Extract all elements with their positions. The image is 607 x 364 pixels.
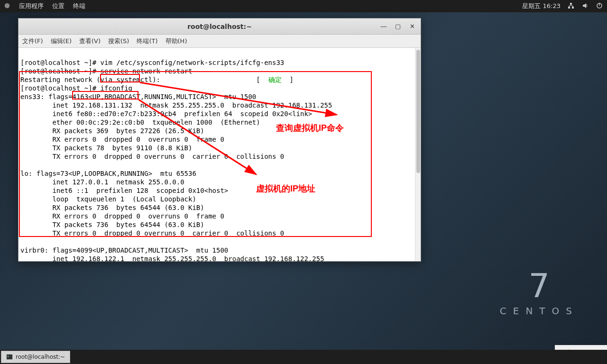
term-line: RX errors 0 dropped 0 overruns 0 frame 0 (20, 212, 224, 220)
term-line: inet6 fe80::ed70:e7c7:b233:9cb4 prefixle… (20, 110, 312, 118)
term-line: inet 192.168.122.1 netmask 255.255.255.0… (20, 255, 324, 261)
taskbar-item-label: root@localhost:~ (16, 354, 65, 360)
term-line: [root@localhost ~]# ifconfig (20, 84, 132, 92)
term-line: ether 00:0c:29:2e:c0:b0 txqueuelen 1000 … (20, 118, 260, 126)
window-title-bar[interactable]: root@localhost:~ — ▢ ✕ (18, 18, 421, 35)
term-line: ens33: flags=4163<UP,BROADCAST,RUNNING,M… (20, 93, 256, 100)
centos-name: CENTOS (500, 305, 579, 317)
menu-search[interactable]: 搜索(S) (108, 37, 129, 46)
term-line: [root@localhost ~]# service network rest… (20, 67, 192, 75)
terminal-content[interactable]: [root@localhost ~]# vim /etc/sysconfig/n… (18, 48, 421, 261)
menu-terminal[interactable]: 终端 (73, 2, 85, 10)
term-line: inet6 ::1 prefixlen 128 scopeid 0x10<hos… (20, 187, 228, 194)
top-menu-bar: 应用程序 位置 终端 星期五 16:23 (0, 0, 607, 12)
term-line: RX errors 0 dropped 0 overruns 0 frame 0 (20, 136, 224, 143)
svg-rect-5 (599, 3, 599, 6)
svg-rect-2 (572, 7, 574, 9)
network-icon[interactable] (567, 2, 575, 11)
menu-view[interactable]: 查看(V) (79, 37, 101, 46)
menu-edit[interactable]: 编辑(E) (51, 37, 72, 46)
term-line: TX errors 0 dropped 0 overruns 0 carrier… (20, 229, 284, 237)
menu-help[interactable]: 帮助(H) (166, 37, 187, 46)
menu-places[interactable]: 位置 (52, 2, 64, 10)
term-line: loop txqueuelen 1 (Local Loopback) (20, 195, 196, 203)
term-line: TX packets 736 bytes 64544 (63.0 KiB) (20, 221, 204, 228)
taskbar-item-terminal[interactable]: root@localhost:~ (1, 351, 70, 363)
menu-applications[interactable]: 应用程序 (19, 2, 44, 10)
svg-point-0 (5, 3, 10, 8)
term-line: RX packets 369 bytes 27226 (26.5 KiB) (20, 127, 204, 135)
svg-rect-3 (570, 3, 572, 5)
term-line: [root@localhost ~]# vim /etc/sysconfig/n… (20, 59, 284, 66)
clock[interactable]: 星期五 16:23 (522, 2, 561, 10)
scrollbar[interactable] (415, 48, 421, 261)
centos-version: 7 (500, 269, 579, 302)
window-title: root@localhost:~ (18, 23, 421, 30)
power-icon[interactable] (596, 2, 603, 11)
term-line: inet 192.168.131.132 netmask 255.255.255… (20, 101, 332, 109)
scrollbar-thumb[interactable] (416, 50, 420, 173)
term-line: lo: flags=73<UP,LOOPBACK,RUNNING> mtu 65… (20, 170, 196, 177)
terminal-window: root@localhost:~ — ▢ ✕ 文件(F) 编辑(E) 查看(V)… (18, 18, 421, 262)
svg-rect-9 (7, 355, 12, 360)
terminal-icon (6, 354, 13, 360)
taskbar: root@localhost:~ (0, 350, 607, 364)
term-line: RX packets 736 bytes 64544 (63.0 KiB) (20, 204, 204, 211)
centos-wallpaper-label: 7 CENTOS (500, 269, 579, 317)
term-line: TX packets 78 bytes 9110 (8.8 KiB) (20, 144, 192, 152)
svg-rect-1 (568, 7, 570, 9)
term-line: Restarting network (via systemctl): [ 确定… (20, 76, 294, 83)
menu-terminal[interactable]: 终端(T) (137, 37, 157, 46)
term-line: inet 127.0.0.1 netmask 255.0.0.0 (20, 178, 184, 186)
gnome-logo-icon (4, 2, 10, 10)
term-line: virbr0: flags=4099<UP,BROADCAST,MULTICAS… (20, 246, 228, 254)
term-line: TX errors 0 dropped 0 overruns 0 carrier… (20, 153, 284, 160)
window-menu-bar: 文件(F) 编辑(E) 查看(V) 搜索(S) 终端(T) 帮助(H) (18, 35, 421, 48)
volume-icon[interactable] (581, 2, 589, 11)
menu-file[interactable]: 文件(F) (22, 37, 43, 46)
